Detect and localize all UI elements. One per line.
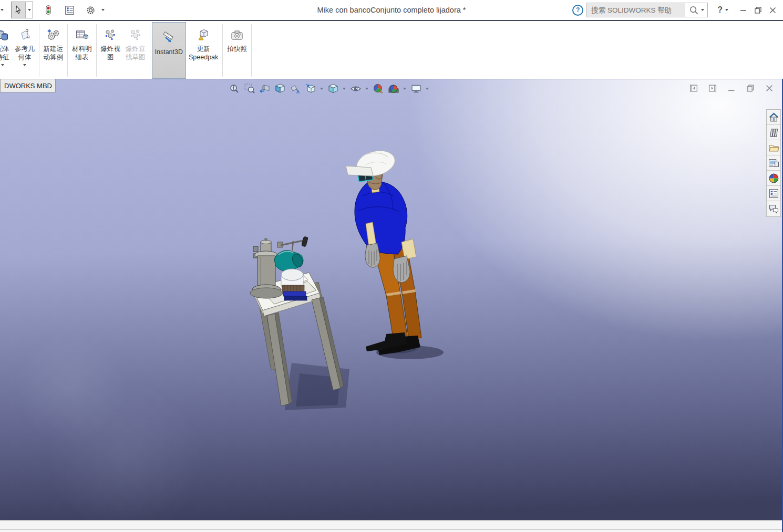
books-icon — [768, 127, 779, 138]
headsup-view-toolbar: A — [228, 82, 429, 96]
hide-show-items-caret-icon[interactable] — [365, 88, 368, 90]
ribbon-button-assembly-features[interactable]: 配体特征 — [0, 22, 12, 79]
apply-scene-caret-icon[interactable] — [403, 88, 406, 90]
search-input[interactable] — [587, 3, 685, 17]
ribbon-divider — [222, 24, 223, 77]
ribbon-button-update-speedpak[interactable]: 更新Speedpak — [186, 22, 221, 79]
eye-icon — [350, 83, 362, 95]
search-dropdown-caret-icon[interactable] — [701, 9, 704, 11]
settings-button[interactable] — [85, 4, 96, 16]
close-icon — [769, 6, 777, 14]
edit-appearance-button[interactable] — [372, 83, 384, 95]
apply-scene-button[interactable] — [387, 83, 399, 95]
view-orientation-button[interactable] — [304, 83, 316, 95]
new-motion-study-icon — [46, 26, 60, 45]
ribbon-button-instant3d[interactable]: Instant3D — [152, 22, 187, 79]
titlebar: Mike con bancoConjunto completo lijadora… — [0, 0, 783, 21]
help-circle-icon[interactable]: ? — [572, 5, 583, 16]
folder-icon — [768, 142, 779, 153]
dropdown-caret-icon[interactable] — [1, 64, 4, 66]
custom-properties-tab[interactable] — [767, 186, 780, 201]
ribbon-divider — [96, 24, 97, 77]
minimize-icon — [739, 6, 747, 14]
home-icon — [768, 112, 779, 123]
document-minimize-button[interactable] — [727, 84, 736, 92]
view-palette-tab[interactable] — [767, 155, 780, 171]
flyout-caret-icon[interactable] — [1, 9, 4, 11]
collapse-right-pane-button[interactable] — [708, 84, 717, 92]
workbench-model[interactable] — [250, 236, 349, 410]
settings-dropdown-caret-icon[interactable] — [101, 9, 105, 11]
traffic-light-icon — [44, 5, 53, 15]
search-box — [586, 3, 708, 17]
ribbon-divider — [251, 24, 252, 77]
search-button[interactable] — [685, 3, 707, 17]
options-list-button[interactable] — [64, 4, 75, 16]
tab-solidworks-mbd[interactable]: DWORKS MBD — [0, 79, 56, 92]
select-tool-button[interactable] — [11, 2, 33, 18]
ribbon-button-explode-line-sketch: 爆炸直线草图 — [123, 22, 148, 79]
dynamic-annotation-views-button[interactable]: A — [289, 83, 301, 95]
reference-geometry-icon — [18, 26, 32, 45]
collapse-right-pane-icon — [708, 84, 717, 92]
appearances-scenes-tab[interactable] — [767, 171, 780, 186]
svg-text:A: A — [296, 89, 300, 95]
view-settings-caret-icon[interactable] — [426, 88, 429, 90]
solidworks-forum-tab[interactable] — [767, 201, 780, 216]
solidworks-resources-tab[interactable] — [767, 110, 780, 125]
view-orientation-caret-icon[interactable] — [320, 88, 323, 90]
command-ribbon: 配体特征 参考几何体 新建运动算例 材料明细表 — [0, 22, 783, 79]
design-library-tab[interactable] — [767, 125, 780, 140]
close-button[interactable] — [765, 3, 780, 17]
document-close-button[interactable] — [765, 84, 774, 92]
ribbon-divider — [39, 24, 39, 77]
select-dropdown-caret-icon[interactable] — [25, 2, 33, 18]
viewport-3d-scene[interactable] — [226, 142, 473, 426]
help-dropdown-caret-icon[interactable] — [725, 9, 728, 11]
restore-button[interactable] — [750, 3, 765, 17]
section-view-button[interactable] — [274, 83, 286, 95]
minimize-icon — [727, 84, 736, 92]
ribbon-button-new-motion-study[interactable]: 新建运动算例 — [41, 22, 66, 79]
restore-icon — [746, 84, 755, 92]
dynamic-annotation-views-icon: A — [290, 83, 301, 95]
update-speedpak-icon — [197, 26, 210, 45]
collapse-left-pane-button[interactable] — [689, 84, 698, 92]
file-explorer-tab[interactable] — [767, 140, 780, 155]
display-style-caret-icon[interactable] — [343, 88, 346, 90]
help-menu[interactable]: ? — [717, 5, 728, 15]
display-style-icon — [327, 83, 339, 95]
ribbon-button-bill-of-materials[interactable]: 材料明细表 — [69, 22, 95, 79]
document-window-controls — [689, 84, 774, 92]
appearances-sphere-icon — [768, 173, 779, 184]
edit-appearance-icon — [373, 83, 384, 95]
display-style-button[interactable] — [327, 83, 339, 95]
dropdown-caret-icon[interactable] — [23, 64, 26, 66]
close-icon — [765, 84, 774, 92]
instant3d-icon — [162, 29, 176, 48]
view-settings-button[interactable] — [410, 83, 422, 95]
hide-show-items-button[interactable] — [349, 83, 362, 95]
custom-properties-icon — [768, 188, 779, 199]
settings-gear-icon — [86, 5, 96, 15]
view-palette-icon — [768, 158, 779, 169]
quick-access-toolbar — [0, 0, 105, 20]
document-restore-button[interactable] — [746, 84, 755, 92]
zoom-to-area-button[interactable] — [243, 83, 255, 95]
ribbon-button-exploded-view[interactable]: 爆炸视图 — [98, 22, 123, 79]
chat-bubbles-icon — [768, 203, 779, 214]
graphics-viewport[interactable]: DWORKS MBD A — [0, 79, 783, 520]
zoom-to-fit-icon — [229, 83, 240, 95]
rebuild-button[interactable] — [43, 4, 54, 16]
ribbon-button-reference-geometry[interactable]: 参考几何体 — [12, 22, 37, 79]
previous-view-button[interactable] — [259, 83, 271, 95]
select-arrow-icon — [12, 2, 25, 18]
zoom-to-fit-button[interactable] — [228, 83, 240, 95]
take-snapshot-icon — [230, 26, 244, 45]
status-bar — [0, 520, 783, 532]
minimize-button[interactable] — [736, 3, 750, 17]
view-settings-icon — [410, 83, 422, 95]
ribbon-button-take-snapshot[interactable]: 拍快照 — [224, 22, 250, 79]
mannequin-model[interactable] — [346, 147, 444, 359]
options-list-icon — [65, 5, 75, 15]
